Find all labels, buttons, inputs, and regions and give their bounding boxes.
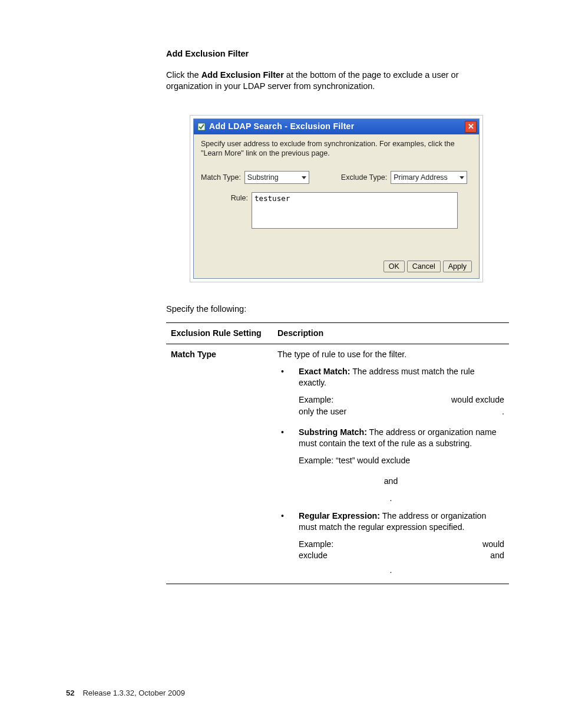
- match-type-label: Match Type:: [201, 173, 244, 183]
- intro-bold: Add Exclusion Filter: [201, 70, 284, 80]
- ok-button[interactable]: OK: [384, 261, 405, 272]
- exact-ex2-right: .: [496, 406, 504, 417]
- regex-ex2-right: and: [484, 550, 504, 561]
- cancel-button[interactable]: Cancel: [407, 261, 441, 272]
- exact-match-hdr: Exact Match:: [299, 367, 351, 376]
- rule-label: Rule:: [201, 192, 252, 203]
- exact-ex2-left: only the user: [299, 406, 496, 417]
- substring-hdr: Substring Match:: [299, 427, 367, 437]
- dialog-title: Add LDAP Search - Exclusion Filter: [209, 121, 465, 132]
- regex-ex-right: would: [477, 539, 504, 550]
- match-type-select[interactable]: Substring: [244, 171, 309, 184]
- bullet-icon: •: [277, 510, 299, 562]
- specify-following: Specify the following:: [166, 304, 505, 315]
- substring-and: and: [277, 476, 504, 487]
- dialog-screenshot: Add LDAP Search - Exclusion Filter ✕ Spe…: [190, 115, 483, 283]
- rule-input[interactable]: [252, 192, 458, 229]
- page-number: 52: [66, 688, 74, 699]
- th-setting: Exclusion Rule Setting: [166, 322, 273, 344]
- intro-paragraph: Click the Add Exclusion Filter at the bo…: [166, 70, 505, 93]
- table-row: Match Type The type of rule to use for t…: [166, 344, 509, 584]
- chevron-down-icon: [459, 176, 464, 179]
- bullet-icon: •: [277, 366, 299, 423]
- app-icon: [197, 123, 206, 131]
- match-type-value: Substring: [247, 173, 299, 183]
- close-icon[interactable]: ✕: [465, 121, 477, 133]
- exact-ex-right: would exclude: [445, 394, 504, 406]
- exclude-type-select[interactable]: Primary Address: [391, 171, 467, 184]
- page-footer: 52 Release 1.3.32, October 2009: [66, 688, 185, 699]
- td-setting-desc: The type of rule to use for the filter. …: [273, 344, 509, 584]
- td-setting-name: Match Type: [166, 344, 273, 584]
- desc-intro: The type of rule to use for the filter.: [277, 349, 504, 360]
- regex-dot: .: [277, 565, 504, 576]
- exclude-type-value: Primary Address: [394, 173, 457, 183]
- regex-hdr: Regular Expression:: [299, 511, 380, 521]
- bullet-icon: •: [277, 427, 299, 473]
- exclude-type-label: Exclude Type:: [341, 173, 391, 183]
- titlebar: Add LDAP Search - Exclusion Filter ✕: [194, 119, 479, 134]
- chevron-down-icon: [302, 176, 306, 179]
- section-heading: Add Exclusion Filter: [166, 48, 505, 60]
- substring-ex: Example: “test” would exclude: [299, 455, 504, 466]
- dialog-instructions: Specify user address to exclude from syn…: [201, 139, 472, 159]
- regex-ex2-left: exclude: [299, 550, 484, 561]
- release-info: Release 1.3.32, October 2009: [82, 688, 184, 699]
- th-description: Description: [273, 322, 509, 344]
- substring-dot: .: [277, 493, 504, 504]
- apply-button[interactable]: Apply: [443, 261, 472, 272]
- regex-ex-left: Example:: [299, 539, 477, 550]
- intro-prefix: Click the: [166, 70, 201, 80]
- settings-table: Exclusion Rule Setting Description Match…: [166, 322, 509, 584]
- exact-ex-left: Example:: [299, 394, 445, 406]
